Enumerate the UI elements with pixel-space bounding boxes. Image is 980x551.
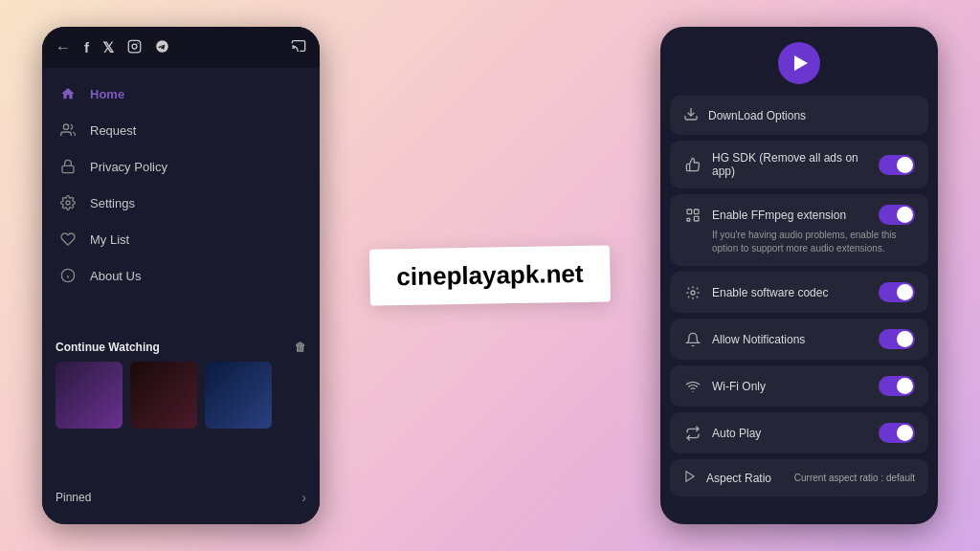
app-logo [778, 42, 820, 84]
svg-point-5 [66, 201, 70, 205]
back-arrow-icon[interactable]: ← [56, 39, 71, 56]
notifications-label: Allow Notifications [712, 333, 869, 346]
twitter-icon[interactable]: 𝕏 [102, 39, 114, 56]
left-topbar: ← f 𝕏 [42, 27, 320, 68]
lock-icon [59, 158, 77, 175]
svg-point-14 [692, 390, 693, 391]
aspect-ratio-item[interactable]: Aspect Ratio Current aspect ratio : defa… [670, 459, 928, 496]
notifications-toggle[interactable] [879, 329, 915, 349]
pinned-label: Pinned [56, 491, 91, 504]
svg-point-13 [691, 291, 695, 295]
sidebar-item-privacy[interactable]: Privacy Policy [42, 148, 320, 185]
continue-watching-section: Continue Watching 🗑 [42, 341, 320, 429]
sidebar-item-home[interactable]: Home [42, 76, 320, 112]
sidebar-item-request-label: Request [90, 123, 136, 138]
sidebar-item-request[interactable]: Request [42, 112, 320, 148]
movie-thumbnails [56, 362, 306, 429]
download-icon [683, 106, 699, 124]
right-phone: DownLoad Options HG SDK (Remove all ads … [660, 27, 938, 524]
sidebar-item-about[interactable]: About Us [42, 257, 320, 294]
aspect-ratio-label: Aspect Ratio [706, 472, 771, 485]
svg-rect-4 [62, 165, 74, 172]
social-icons: f 𝕏 [84, 39, 169, 56]
ffmpeg-item: Enable FFmpeg extension If you're having… [670, 194, 928, 266]
pinned-section: Pinned › [56, 490, 306, 505]
svg-rect-11 [694, 209, 699, 214]
play-icon [794, 55, 808, 71]
heart-icon [59, 231, 77, 248]
software-codec-label: Enable software codec [712, 286, 869, 299]
hg-sdk-item: HG SDK (Remove all ads on app) [670, 141, 928, 188]
facebook-icon[interactable]: f [84, 39, 89, 55]
thumbnail-1[interactable] [56, 362, 122, 429]
sidebar-item-about-label: About Us [90, 269, 141, 283]
svg-point-3 [63, 124, 68, 129]
svg-rect-12 [694, 216, 699, 221]
svg-point-2 [137, 42, 138, 43]
aspect-ratio-value: Current aspect ratio : default [794, 473, 915, 483]
svg-point-1 [132, 44, 137, 49]
ffmpeg-toggle[interactable] [879, 205, 915, 225]
left-phone: ← f 𝕏 [42, 27, 320, 524]
wifi-label: Wi-Fi Only [712, 380, 869, 393]
thumbnail-2[interactable] [130, 362, 197, 429]
gear-icon [59, 194, 77, 211]
telegram-icon[interactable] [155, 39, 169, 56]
extension-icon [683, 206, 702, 225]
watermark: cineplayapk.net [369, 245, 611, 305]
instagram-icon[interactable] [127, 39, 142, 56]
sidebar-item-home-label: Home [90, 87, 124, 101]
software-codec-toggle[interactable] [879, 282, 915, 302]
info-icon [59, 267, 77, 284]
thumbsup-icon [683, 155, 702, 174]
svg-rect-10 [687, 209, 692, 214]
aspect-ratio-icon [683, 470, 697, 486]
chevron-right-icon[interactable]: › [301, 490, 306, 505]
autoplay-item: Auto Play [670, 412, 928, 453]
hg-sdk-toggle[interactable] [879, 155, 915, 175]
cast-icon[interactable] [291, 38, 306, 56]
ffmpeg-sublabel: If you're having audio problems, enable … [683, 229, 915, 255]
sidebar-item-settings[interactable]: Settings [42, 185, 320, 221]
wifi-icon [683, 377, 702, 396]
wifi-item: Wi-Fi Only [670, 365, 928, 407]
bell-icon [683, 330, 702, 349]
watermark-text: cineplayapk.net [396, 259, 584, 291]
sidebar-menu: Home Request [42, 68, 320, 301]
software-codec-item: Enable software codec [670, 272, 928, 313]
sidebar-item-settings-label: Settings [90, 196, 135, 210]
ffmpeg-label: Enable FFmpeg extension [712, 209, 869, 222]
home-icon [59, 85, 77, 102]
svg-marker-15 [686, 472, 694, 482]
autoplay-label: Auto Play [712, 427, 869, 440]
app-logo-area [660, 27, 938, 96]
autoplay-toggle[interactable] [879, 423, 915, 443]
settings-list: DownLoad Options HG SDK (Remove all ads … [660, 96, 938, 502]
wifi-toggle[interactable] [879, 376, 915, 396]
codec-icon [683, 283, 702, 302]
download-options-header[interactable]: DownLoad Options [670, 96, 928, 135]
download-options-label: DownLoad Options [708, 109, 806, 122]
sidebar-item-mylist[interactable]: My List [42, 221, 320, 257]
sidebar-item-privacy-label: Privacy Policy [90, 160, 167, 174]
svg-rect-0 [128, 40, 141, 53]
trash-icon[interactable]: 🗑 [295, 341, 306, 354]
continue-watching-label: Continue Watching 🗑 [56, 341, 306, 354]
notifications-item: Allow Notifications [670, 319, 928, 360]
hg-sdk-label: HG SDK (Remove all ads on app) [712, 151, 869, 178]
autoplay-icon [683, 424, 702, 443]
sidebar-item-mylist-label: My List [90, 232, 129, 247]
users-icon [59, 121, 77, 139]
thumbnail-3[interactable] [205, 362, 272, 429]
